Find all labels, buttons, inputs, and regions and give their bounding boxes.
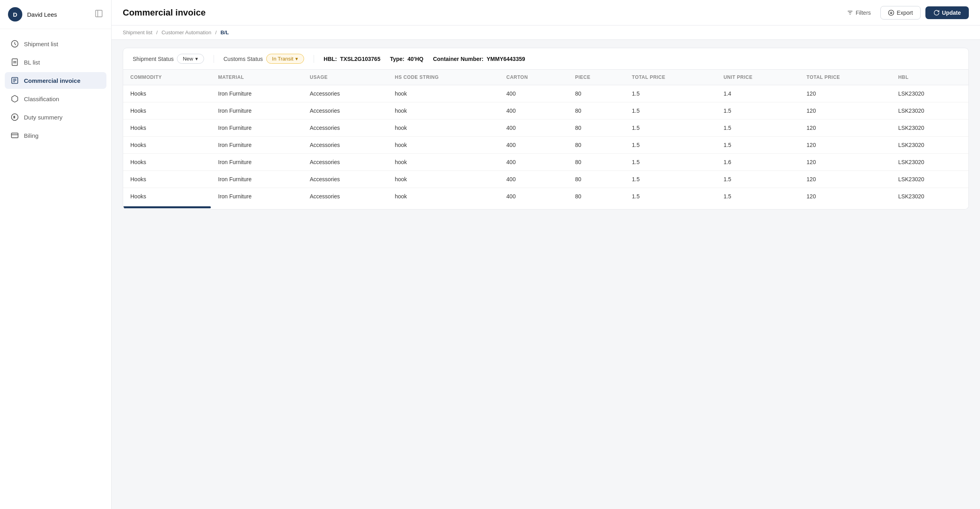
cell-7: 1.5 — [716, 102, 799, 119]
sidebar-item-classification[interactable]: Classification — [5, 90, 106, 107]
sidebar-item-label: Commercial invoice — [24, 77, 81, 84]
cell-7: 1.5 — [716, 119, 799, 137]
breadcrumb: Shipment list / Customer Automation / B/… — [112, 25, 980, 40]
cell-2: Accessories — [302, 154, 388, 171]
table-container: COMMODITY MATERIAL USAGE HS CODE STRING … — [123, 70, 969, 209]
shipment-status-badge[interactable]: New ▾ — [177, 54, 204, 64]
hbl-label: HBL: — [324, 56, 337, 62]
update-button[interactable]: Update — [925, 6, 969, 19]
sidebar-item-bl-list[interactable]: BL list — [5, 54, 106, 70]
breadcrumb-sep1: / — [156, 29, 158, 35]
cell-0: Hooks — [123, 188, 211, 205]
cell-7: 1.5 — [716, 171, 799, 188]
sidebar-toggle-icon[interactable] — [94, 9, 103, 20]
type-value: 40'HQ — [408, 56, 424, 62]
cell-8: 120 — [799, 188, 891, 205]
col-commodity: COMMODITY — [123, 70, 211, 85]
cell-8: 120 — [799, 171, 891, 188]
cell-8: 120 — [799, 137, 891, 154]
filters-button[interactable]: Filters — [842, 6, 876, 19]
sidebar-user: D David Lees — [8, 7, 57, 22]
cell-0: Hooks — [123, 171, 211, 188]
cell-6: 1.5 — [625, 154, 717, 171]
cell-5: 80 — [568, 154, 625, 171]
table-row: HooksIron FurnitureAccessorieshook400801… — [123, 102, 968, 119]
cell-9: LSK23020 — [891, 171, 968, 188]
cell-5: 80 — [568, 137, 625, 154]
cell-9: LSK23020 — [891, 188, 968, 205]
cell-9: LSK23020 — [891, 85, 968, 102]
cell-9: LSK23020 — [891, 119, 968, 137]
table-body: HooksIron FurnitureAccessorieshook400801… — [123, 85, 968, 205]
cell-1: Iron Furniture — [211, 137, 302, 154]
divider1 — [214, 55, 214, 63]
cell-4: 400 — [499, 188, 568, 205]
sidebar-nav: Shipment list BL list Commercial invoice — [0, 29, 111, 150]
shipment-status-value: New — [183, 56, 193, 62]
svg-rect-0 — [96, 10, 102, 17]
cell-7: 1.5 — [716, 137, 799, 154]
col-usage: USAGE — [302, 70, 388, 85]
table-row: HooksIron FurnitureAccessorieshook400801… — [123, 154, 968, 171]
table-row: HooksIron FurnitureAccessorieshook400801… — [123, 85, 968, 102]
cell-4: 400 — [499, 119, 568, 137]
cell-7: 1.6 — [716, 154, 799, 171]
page-title: Commercial invoice — [123, 8, 206, 18]
update-label: Update — [942, 10, 961, 16]
col-unit-price: UNIT PRICE — [716, 70, 799, 85]
cell-4: 400 — [499, 171, 568, 188]
customs-status-label: Customs Status — [224, 56, 263, 62]
cell-0: Hooks — [123, 85, 211, 102]
cell-1: Iron Furniture — [211, 171, 302, 188]
sidebar-item-duty-summery[interactable]: Duty summery — [5, 109, 106, 125]
cell-5: 80 — [568, 85, 625, 102]
col-carton: CARTON — [499, 70, 568, 85]
table-row: HooksIron FurnitureAccessorieshook400801… — [123, 119, 968, 137]
cell-0: Hooks — [123, 154, 211, 171]
cell-9: LSK23020 — [891, 154, 968, 171]
customs-status-value: In Transit — [272, 56, 293, 62]
sidebar-header: D David Lees — [0, 0, 111, 29]
cell-3: hook — [388, 102, 499, 119]
shipment-icon — [10, 39, 19, 48]
col-piece: PIECE — [568, 70, 625, 85]
sidebar-item-shipment-list[interactable]: Shipment list — [5, 35, 106, 52]
cell-5: 80 — [568, 102, 625, 119]
cell-4: 400 — [499, 102, 568, 119]
customs-status-badge[interactable]: In Transit ▾ — [266, 54, 304, 64]
cell-9: LSK23020 — [891, 137, 968, 154]
cell-0: Hooks — [123, 137, 211, 154]
divider2 — [314, 55, 314, 63]
cell-2: Accessories — [302, 137, 388, 154]
username-label: David Lees — [27, 11, 57, 18]
invoice-table: COMMODITY MATERIAL USAGE HS CODE STRING … — [123, 70, 968, 205]
customs-status-item: Customs Status In Transit ▾ — [224, 54, 304, 64]
shipment-status-label: Shipment Status — [133, 56, 174, 62]
sidebar-item-commercial-invoice[interactable]: Commercial invoice — [5, 72, 106, 89]
cell-2: Accessories — [302, 102, 388, 119]
cell-8: 120 — [799, 85, 891, 102]
cell-3: hook — [388, 85, 499, 102]
table-row: HooksIron FurnitureAccessorieshook400801… — [123, 171, 968, 188]
sidebar-item-billing[interactable]: Biling — [5, 127, 106, 144]
col-material: MATERIAL — [211, 70, 302, 85]
cell-4: 400 — [499, 154, 568, 171]
duty-icon — [10, 113, 19, 121]
cell-9: LSK23020 — [891, 102, 968, 119]
cell-2: Accessories — [302, 188, 388, 205]
cell-6: 1.5 — [625, 188, 717, 205]
scroll-indicator — [123, 206, 211, 208]
cell-8: 120 — [799, 102, 891, 119]
cell-0: Hooks — [123, 102, 211, 119]
cell-3: hook — [388, 154, 499, 171]
cell-1: Iron Furniture — [211, 119, 302, 137]
filters-label: Filters — [856, 10, 871, 16]
cell-5: 80 — [568, 188, 625, 205]
cell-4: 400 — [499, 85, 568, 102]
export-button[interactable]: Export — [880, 6, 920, 20]
breadcrumb-customer-automation[interactable]: Customer Automation — [161, 29, 211, 35]
header-actions: Filters Export Update — [842, 6, 969, 20]
breadcrumb-shipment-list[interactable]: Shipment list — [123, 29, 152, 35]
table-row: HooksIron FurnitureAccessorieshook400801… — [123, 137, 968, 154]
cell-0: Hooks — [123, 119, 211, 137]
